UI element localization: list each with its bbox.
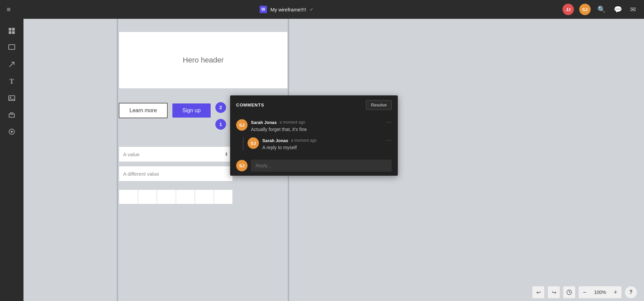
sign-up-button[interactable]: Sign up bbox=[172, 103, 211, 118]
table-box bbox=[119, 189, 233, 204]
btn-area: Learn more Sign up bbox=[119, 103, 211, 118]
input-text: A different value bbox=[123, 171, 159, 177]
svg-rect-0 bbox=[9, 28, 11, 31]
dropdown-arrow-icon: ⬍ bbox=[224, 152, 228, 157]
table-cell-5 bbox=[195, 190, 214, 204]
doc-title: My wireframe!!!! bbox=[270, 7, 306, 12]
comment-more-main[interactable]: ··· bbox=[386, 119, 392, 125]
sidebar-item-arrow[interactable] bbox=[3, 57, 20, 72]
resolve-button[interactable]: Resolve bbox=[366, 100, 392, 110]
comment-meta-main: Sarah Jonas a moment ago ··· bbox=[251, 119, 392, 125]
zoom-group: − 100% + bbox=[578, 286, 622, 299]
zoom-value: 100% bbox=[591, 290, 609, 295]
hero-text: Hero header bbox=[183, 56, 224, 64]
comment-author-reply: Sarah Jonas bbox=[262, 138, 288, 143]
svg-rect-2 bbox=[9, 31, 11, 34]
badge-1[interactable]: 1 bbox=[215, 119, 226, 130]
svg-point-11 bbox=[11, 131, 13, 133]
hero-box: Hero header bbox=[119, 32, 288, 89]
sidebar-item-text[interactable]: T bbox=[3, 74, 20, 89]
comment-text-reply: A reply to myself bbox=[262, 145, 392, 150]
bottombar: ↩ ↪ − 100% + ? bbox=[525, 284, 644, 301]
history-button[interactable] bbox=[563, 286, 576, 299]
undo-button[interactable]: ↩ bbox=[532, 286, 545, 299]
comment-item-reply: SJ Sarah Jonas a moment ago ··· A reply … bbox=[248, 137, 392, 150]
svg-line-5 bbox=[9, 62, 14, 67]
doc-title-icon: W bbox=[260, 6, 267, 13]
dropdown-field[interactable]: A value ⬍ bbox=[119, 146, 233, 162]
reply-input[interactable] bbox=[251, 160, 392, 172]
comment-meta-reply: Sarah Jonas a moment ago ··· bbox=[262, 137, 392, 143]
comment-time-reply: a moment ago bbox=[291, 138, 317, 143]
comment-item-main: SJ Sarah Jonas a moment ago ··· Actually… bbox=[236, 119, 392, 132]
reply-avatar: SJ bbox=[236, 160, 248, 171]
learn-more-button[interactable]: Learn more bbox=[119, 103, 168, 118]
comments-header: COMMENTS Resolve bbox=[230, 95, 398, 115]
comment-author-main: Sarah Jonas bbox=[251, 120, 277, 125]
redo-button[interactable]: ↪ bbox=[547, 286, 560, 299]
zoom-plus-button[interactable]: + bbox=[609, 286, 622, 299]
svg-rect-9 bbox=[10, 113, 13, 114]
topbar-left: ≡ bbox=[7, 6, 11, 13]
sidebar-item-components[interactable] bbox=[3, 24, 20, 38]
comment-thread: SJ Sarah Jonas a moment ago ··· Actually… bbox=[230, 115, 398, 150]
comment-more-reply[interactable]: ··· bbox=[386, 137, 392, 143]
canvas-inner: Hero header Learn more Sign up 2 1 A val… bbox=[23, 19, 644, 301]
table-cell-3 bbox=[157, 190, 176, 204]
col-guide-left bbox=[117, 19, 118, 301]
topbar-center: W My wireframe!!!! ✓ bbox=[260, 6, 314, 13]
badge-2[interactable]: 2 bbox=[215, 102, 226, 113]
verified-icon: ✓ bbox=[310, 7, 314, 12]
search-icon[interactable]: 🔍 bbox=[596, 4, 607, 15]
reply-thread: SJ Sarah Jonas a moment ago ··· A reply … bbox=[243, 137, 392, 150]
svg-rect-1 bbox=[12, 28, 15, 31]
zoom-minus-button[interactable]: − bbox=[579, 286, 591, 299]
avatar-jj[interactable]: JJ bbox=[562, 4, 574, 15]
comments-panel: COMMENTS Resolve SJ Sarah Jonas a moment… bbox=[230, 95, 398, 176]
dropdown-text: A value bbox=[123, 152, 140, 157]
svg-rect-3 bbox=[12, 31, 15, 34]
sidebar-item-frames[interactable] bbox=[3, 40, 20, 55]
input-field[interactable]: A different value bbox=[119, 166, 233, 181]
canvas[interactable]: Hero header Learn more Sign up 2 1 A val… bbox=[23, 19, 644, 301]
menu-icon[interactable]: ≡ bbox=[7, 6, 11, 13]
table-cell-6 bbox=[214, 190, 233, 204]
sidebar-item-image[interactable] bbox=[3, 91, 20, 105]
table-cell-1 bbox=[119, 190, 138, 204]
svg-point-7 bbox=[10, 97, 11, 98]
comment-time-main: a moment ago bbox=[279, 120, 305, 125]
comment-text-main: Actually forget that, it's fine bbox=[251, 127, 392, 132]
comments-title: COMMENTS bbox=[236, 102, 264, 108]
help-button[interactable]: ? bbox=[625, 286, 637, 299]
sidebar-item-component[interactable] bbox=[3, 108, 20, 122]
reply-area: SJ bbox=[230, 156, 398, 176]
table-cell-2 bbox=[138, 190, 157, 204]
comment-avatar-main: SJ bbox=[236, 119, 248, 131]
topbar-right: JJ SJ 🔍 💬 ✉ bbox=[562, 4, 637, 15]
sidebar-item-link[interactable] bbox=[3, 124, 20, 139]
avatar-sj[interactable]: SJ bbox=[579, 4, 591, 15]
table-cell-4 bbox=[176, 190, 195, 204]
comment-body-reply: Sarah Jonas a moment ago ··· A reply to … bbox=[262, 137, 392, 150]
comments-icon[interactable]: 💬 bbox=[612, 4, 624, 15]
svg-rect-4 bbox=[9, 45, 15, 49]
comment-avatar-reply: SJ bbox=[248, 137, 259, 149]
comment-body-main: Sarah Jonas a moment ago ··· Actually fo… bbox=[251, 119, 392, 132]
topbar: ≡ W My wireframe!!!! ✓ JJ SJ 🔍 💬 ✉ bbox=[0, 0, 644, 19]
share-icon[interactable]: ✉ bbox=[629, 4, 637, 15]
sidebar: T bbox=[0, 19, 23, 301]
